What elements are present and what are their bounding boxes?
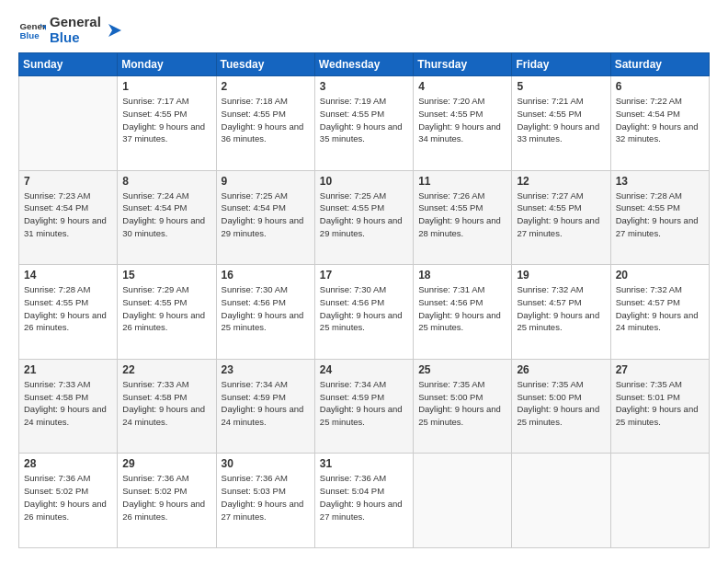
day-number: 1 — [122, 80, 210, 93]
calendar-cell — [19, 76, 118, 171]
weekday-header-sunday: Sunday — [19, 53, 118, 76]
week-row-4: 21 Sunrise: 7:33 AM Sunset: 4:58 PM Dayl… — [19, 359, 710, 454]
calendar-cell: 8 Sunrise: 7:24 AM Sunset: 4:54 PM Dayli… — [118, 170, 216, 265]
day-info: Sunrise: 7:36 AM Sunset: 5:04 PM Dayligh… — [320, 472, 408, 523]
calendar-cell: 11 Sunrise: 7:26 AM Sunset: 4:55 PM Dayl… — [414, 170, 512, 265]
day-info: Sunrise: 7:34 AM Sunset: 4:59 PM Dayligh… — [222, 378, 310, 429]
day-info: Sunrise: 7:32 AM Sunset: 4:57 PM Dayligh… — [616, 283, 704, 334]
day-number: 25 — [418, 363, 506, 376]
weekday-header-row: SundayMondayTuesdayWednesdayThursdayFrid… — [19, 53, 710, 76]
calendar-cell: 9 Sunrise: 7:25 AM Sunset: 4:54 PM Dayli… — [216, 170, 314, 265]
calendar-cell: 17 Sunrise: 7:30 AM Sunset: 4:56 PM Dayl… — [314, 265, 413, 360]
calendar-cell: 27 Sunrise: 7:35 AM Sunset: 5:01 PM Dayl… — [610, 359, 709, 454]
day-number: 13 — [616, 175, 704, 188]
day-number: 29 — [122, 457, 210, 470]
day-info: Sunrise: 7:25 AM Sunset: 4:54 PM Dayligh… — [222, 190, 310, 240]
calendar-cell: 5 Sunrise: 7:21 AM Sunset: 4:55 PM Dayli… — [512, 76, 610, 171]
calendar-cell: 25 Sunrise: 7:35 AM Sunset: 5:00 PM Dayl… — [414, 359, 512, 454]
day-info: Sunrise: 7:25 AM Sunset: 4:55 PM Dayligh… — [320, 190, 408, 240]
day-number: 18 — [418, 269, 506, 282]
day-number: 5 — [517, 80, 605, 93]
calendar-cell: 12 Sunrise: 7:27 AM Sunset: 4:55 PM Dayl… — [512, 170, 610, 265]
weekday-header-tuesday: Tuesday — [216, 53, 314, 76]
calendar-cell — [512, 454, 610, 548]
calendar-cell: 19 Sunrise: 7:32 AM Sunset: 4:57 PM Dayl… — [512, 265, 610, 360]
calendar-cell: 15 Sunrise: 7:29 AM Sunset: 4:55 PM Dayl… — [118, 265, 216, 360]
calendar-cell: 7 Sunrise: 7:23 AM Sunset: 4:54 PM Dayli… — [19, 170, 118, 265]
day-number: 4 — [418, 80, 506, 93]
calendar: SundayMondayTuesdayWednesdayThursdayFrid… — [18, 52, 710, 548]
day-number: 22 — [122, 363, 210, 376]
day-number: 16 — [222, 269, 310, 282]
day-info: Sunrise: 7:32 AM Sunset: 4:57 PM Dayligh… — [517, 283, 605, 334]
logo: General Blue General Blue — [18, 15, 125, 45]
calendar-cell: 28 Sunrise: 7:36 AM Sunset: 5:02 PM Dayl… — [19, 454, 118, 548]
calendar-cell: 21 Sunrise: 7:33 AM Sunset: 4:58 PM Dayl… — [19, 359, 118, 454]
week-row-1: 1 Sunrise: 7:17 AM Sunset: 4:55 PM Dayli… — [19, 76, 710, 171]
day-info: Sunrise: 7:28 AM Sunset: 4:55 PM Dayligh… — [616, 190, 704, 240]
calendar-cell: 13 Sunrise: 7:28 AM Sunset: 4:55 PM Dayl… — [610, 170, 709, 265]
day-number: 15 — [122, 269, 210, 282]
day-info: Sunrise: 7:22 AM Sunset: 4:54 PM Dayligh… — [616, 95, 704, 145]
logo-blue-text: Blue — [50, 30, 101, 46]
calendar-cell: 3 Sunrise: 7:19 AM Sunset: 4:55 PM Dayli… — [314, 76, 413, 171]
calendar-cell: 6 Sunrise: 7:22 AM Sunset: 4:54 PM Dayli… — [610, 76, 709, 171]
day-info: Sunrise: 7:36 AM Sunset: 5:02 PM Dayligh… — [24, 472, 112, 523]
day-info: Sunrise: 7:33 AM Sunset: 4:58 PM Dayligh… — [24, 378, 112, 429]
page: General Blue General Blue SundayMondayTu… — [0, 0, 728, 563]
day-info: Sunrise: 7:26 AM Sunset: 4:55 PM Dayligh… — [418, 190, 506, 240]
day-number: 23 — [222, 363, 310, 376]
day-info: Sunrise: 7:21 AM Sunset: 4:55 PM Dayligh… — [517, 95, 605, 145]
calendar-cell: 1 Sunrise: 7:17 AM Sunset: 4:55 PM Dayli… — [118, 76, 216, 171]
logo-arrow-icon — [105, 20, 125, 40]
day-number: 12 — [517, 175, 605, 188]
day-number: 10 — [320, 175, 408, 188]
weekday-header-friday: Friday — [512, 53, 610, 76]
day-info: Sunrise: 7:30 AM Sunset: 4:56 PM Dayligh… — [222, 283, 310, 334]
day-info: Sunrise: 7:34 AM Sunset: 4:59 PM Dayligh… — [320, 378, 408, 429]
calendar-cell: 14 Sunrise: 7:28 AM Sunset: 4:55 PM Dayl… — [19, 265, 118, 360]
header-area: General Blue General Blue — [18, 15, 710, 45]
day-info: Sunrise: 7:31 AM Sunset: 4:56 PM Dayligh… — [418, 283, 506, 334]
day-info: Sunrise: 7:36 AM Sunset: 5:03 PM Dayligh… — [222, 472, 310, 523]
weekday-header-wednesday: Wednesday — [314, 53, 413, 76]
svg-marker-4 — [108, 24, 121, 37]
calendar-cell: 16 Sunrise: 7:30 AM Sunset: 4:56 PM Dayl… — [216, 265, 314, 360]
calendar-cell: 24 Sunrise: 7:34 AM Sunset: 4:59 PM Dayl… — [314, 359, 413, 454]
day-number: 21 — [24, 363, 112, 376]
day-info: Sunrise: 7:35 AM Sunset: 5:01 PM Dayligh… — [616, 378, 704, 429]
day-info: Sunrise: 7:28 AM Sunset: 4:55 PM Dayligh… — [24, 283, 112, 334]
weekday-header-monday: Monday — [118, 53, 216, 76]
calendar-cell: 2 Sunrise: 7:18 AM Sunset: 4:55 PM Dayli… — [216, 76, 314, 171]
week-row-5: 28 Sunrise: 7:36 AM Sunset: 5:02 PM Dayl… — [19, 454, 710, 548]
day-number: 24 — [320, 363, 408, 376]
calendar-cell: 30 Sunrise: 7:36 AM Sunset: 5:03 PM Dayl… — [216, 454, 314, 548]
day-info: Sunrise: 7:19 AM Sunset: 4:55 PM Dayligh… — [320, 95, 408, 145]
calendar-cell — [414, 454, 512, 548]
day-info: Sunrise: 7:30 AM Sunset: 4:56 PM Dayligh… — [320, 283, 408, 334]
day-number: 20 — [616, 269, 704, 282]
day-info: Sunrise: 7:33 AM Sunset: 4:58 PM Dayligh… — [122, 378, 210, 429]
calendar-cell: 4 Sunrise: 7:20 AM Sunset: 4:55 PM Dayli… — [414, 76, 512, 171]
calendar-cell: 31 Sunrise: 7:36 AM Sunset: 5:04 PM Dayl… — [314, 454, 413, 548]
calendar-cell: 10 Sunrise: 7:25 AM Sunset: 4:55 PM Dayl… — [314, 170, 413, 265]
logo-icon: General Blue — [18, 17, 46, 44]
day-number: 31 — [320, 457, 408, 470]
day-number: 8 — [122, 175, 210, 188]
day-number: 30 — [222, 457, 310, 470]
day-info: Sunrise: 7:36 AM Sunset: 5:02 PM Dayligh… — [122, 472, 210, 523]
week-row-3: 14 Sunrise: 7:28 AM Sunset: 4:55 PM Dayl… — [19, 265, 710, 360]
day-number: 9 — [222, 175, 310, 188]
day-info: Sunrise: 7:23 AM Sunset: 4:54 PM Dayligh… — [24, 190, 112, 240]
week-row-2: 7 Sunrise: 7:23 AM Sunset: 4:54 PM Dayli… — [19, 170, 710, 265]
calendar-cell — [610, 454, 709, 548]
day-number: 17 — [320, 269, 408, 282]
weekday-header-saturday: Saturday — [610, 53, 709, 76]
day-info: Sunrise: 7:20 AM Sunset: 4:55 PM Dayligh… — [418, 95, 506, 145]
day-info: Sunrise: 7:35 AM Sunset: 5:00 PM Dayligh… — [517, 378, 605, 429]
logo-general-text: General — [50, 15, 101, 30]
calendar-cell: 22 Sunrise: 7:33 AM Sunset: 4:58 PM Dayl… — [118, 359, 216, 454]
day-number: 19 — [517, 269, 605, 282]
calendar-cell: 20 Sunrise: 7:32 AM Sunset: 4:57 PM Dayl… — [610, 265, 709, 360]
calendar-cell: 26 Sunrise: 7:35 AM Sunset: 5:00 PM Dayl… — [512, 359, 610, 454]
